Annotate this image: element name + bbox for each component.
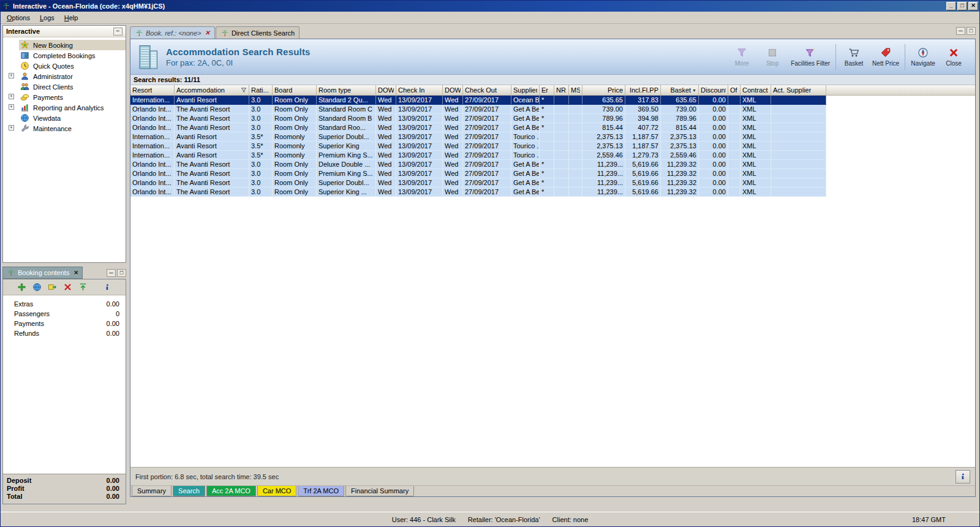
export-icon[interactable] <box>48 282 58 292</box>
sidebar-item-direct-clients[interactable]: Direct Clients <box>3 82 126 92</box>
filter-icon[interactable] <box>239 87 247 93</box>
column-header-board[interactable]: Board <box>273 85 317 96</box>
table-row[interactable]: Internation...Avanti Resort3.0Room OnlyS… <box>130 96 826 105</box>
maximize-icon[interactable]: □ <box>957 2 967 10</box>
sidebar-item-completed-bookings[interactable]: Completed Bookings <box>3 50 126 61</box>
expand-icon[interactable]: + <box>9 104 14 110</box>
cell-contract: XML <box>741 169 771 178</box>
cell-price: 789.96 <box>582 114 625 123</box>
column-header-room-type[interactable]: Room type <box>317 85 376 96</box>
cell-dow: Wed <box>376 132 396 141</box>
nett-price-button[interactable]: Nett Price <box>869 41 902 73</box>
table-row[interactable]: Internation...Avanti Resort3.5*RoomonlyS… <box>130 132 826 142</box>
column-header-dow[interactable]: DOW <box>376 85 396 96</box>
column-header-er[interactable]: Er <box>540 85 554 96</box>
search-timing-text: First portion: 6.8 sec, total search tim… <box>135 473 279 480</box>
table-row[interactable]: Internation...Avanti Resort3.5*RoomonlyS… <box>130 142 826 151</box>
booking-list-item[interactable]: Refunds0.00 <box>14 328 121 338</box>
title-bar[interactable]: Interactive - Ocean-Florida (code: x4qHM… <box>1 1 979 12</box>
column-header-accommodation[interactable]: Accommodation <box>175 85 249 96</box>
table-row[interactable]: Orlando Int...The Avanti Resort3.0Room O… <box>130 105 826 114</box>
cell-discount: 0.00 <box>699 105 728 113</box>
navigate-button[interactable]: Navigate <box>908 41 938 73</box>
sidebar-item-new-booking[interactable]: New Booking <box>3 40 126 50</box>
sidebar-item-administrator[interactable]: +Administrator <box>3 71 126 82</box>
close-button[interactable]: Close <box>938 41 969 73</box>
sidebar-item-quick-quotes[interactable]: Quick Quotes <box>3 61 126 71</box>
table-row[interactable]: Internation...Avanti Resort3.5*RoomonlyP… <box>130 151 826 160</box>
column-header-of[interactable]: Of <box>728 85 741 96</box>
column-header-check-out[interactable]: Check Out <box>463 85 511 96</box>
booking-contents-title: Booking contents <box>18 269 69 276</box>
table-row[interactable]: Orlando Int...The Avanti Resort3.0Room O… <box>130 169 826 178</box>
column-header-contract[interactable]: Contract <box>741 85 771 96</box>
minimize-icon[interactable]: _ <box>946 2 956 10</box>
info-button[interactable] <box>956 470 970 483</box>
cell-ms <box>569 178 582 187</box>
doc-tab-direct-clients-search[interactable]: Direct Clients Search <box>216 26 300 39</box>
bottom-tab-summary[interactable]: Summary <box>132 486 172 496</box>
restore-view-icon[interactable]: □ <box>967 27 976 35</box>
column-header-act-supplier[interactable]: Act. Supplier <box>771 85 826 96</box>
minimize-panel-icon[interactable]: ─ <box>107 269 116 277</box>
bottom-tab-car-mco[interactable]: Car MCO <box>257 486 296 496</box>
bottom-tab-search[interactable]: Search <box>173 486 205 496</box>
expand-icon[interactable]: + <box>9 125 14 131</box>
booking-contents-tab[interactable]: Booking contents ✕ <box>2 267 83 279</box>
menu-logs[interactable]: Logs <box>35 12 59 23</box>
cell-discount: 0.00 <box>699 151 728 159</box>
table-row[interactable]: Orlando Int...The Avanti Resort3.0Room O… <box>130 188 826 197</box>
column-header-supplier[interactable]: Supplier <box>511 85 540 96</box>
column-header-rati[interactable]: Rati... <box>249 85 273 96</box>
collapse-panel-icon[interactable]: − <box>113 28 123 36</box>
table-row[interactable]: Orlando Int...The Avanti Resort3.0Room O… <box>130 114 826 123</box>
sidebar-item-reporting-and-analytics[interactable]: +Reporting and Analytics <box>3 102 126 113</box>
booking-list-item[interactable]: Payments0.00 <box>14 319 121 328</box>
booking-list-item[interactable]: Passengers0 <box>14 309 121 319</box>
column-header-dow[interactable]: DOW <box>443 85 463 96</box>
cell-incl-fl-pp: 317.83 <box>625 96 661 104</box>
sort-indicator-icon: ▼ <box>692 88 696 93</box>
close-window-icon[interactable]: ✕ <box>968 2 978 10</box>
sidebar-item-payments[interactable]: +Payments <box>3 92 126 102</box>
column-header-check-in[interactable]: Check In <box>396 85 443 96</box>
column-header-incl-fl-pp[interactable]: Incl.Fl.PP <box>625 85 661 96</box>
column-header-ms[interactable]: MS <box>569 85 582 96</box>
sidebar-item-viewdata[interactable]: Viewdata <box>3 113 126 123</box>
navigate-icon <box>918 47 929 58</box>
cell-dow: Wed <box>376 96 396 104</box>
expand-icon[interactable]: + <box>9 73 14 78</box>
bottom-tab-acc-2a-mco[interactable]: Acc 2A MCO <box>206 486 256 496</box>
column-header-price[interactable]: Price <box>582 85 625 96</box>
facilities-filter-button[interactable]: Facilities Filter <box>788 41 833 73</box>
menu-help[interactable]: Help <box>59 12 83 23</box>
bottom-tab-financial-summary[interactable]: Financial Summary <box>345 486 414 496</box>
page-title: Accommodation Search Results <box>166 47 311 57</box>
column-header-basket[interactable]: Basket▼ <box>661 85 699 96</box>
table-row[interactable]: Orlando Int...The Avanti Resort3.0Room O… <box>130 178 826 188</box>
bottom-tab-trf-2a-mco[interactable]: Trf 2A MCO <box>298 486 344 496</box>
column-header-nr[interactable]: NR <box>554 85 569 96</box>
basket-button[interactable]: Basket <box>839 41 869 73</box>
column-header-resort[interactable]: Resort <box>130 85 175 96</box>
minimize-view-icon[interactable]: ─ <box>956 27 965 35</box>
globe-icon[interactable] <box>32 282 42 292</box>
doc-tab-book-ref-none[interactable]: Book. ref.: <none>✕ <box>130 26 215 39</box>
info-circle-icon[interactable] <box>102 282 112 292</box>
cell-basket: 815.44 <box>661 123 699 132</box>
delete-icon[interactable] <box>63 282 73 292</box>
upload-icon[interactable] <box>78 282 88 292</box>
close-panel-icon[interactable]: ✕ <box>74 270 78 276</box>
close-tab-icon[interactable]: ✕ <box>205 29 210 36</box>
column-header-discount[interactable]: Discount <box>699 85 728 96</box>
menu-bar: OptionsLogsHelp <box>1 12 979 24</box>
restore-panel-icon[interactable]: □ <box>117 269 126 277</box>
expand-icon[interactable]: + <box>9 94 14 99</box>
sidebar-item-maintenance[interactable]: +Maintenance <box>3 123 126 134</box>
menu-options[interactable]: Options <box>2 12 35 23</box>
add-icon[interactable] <box>17 282 27 292</box>
booking-list-item[interactable]: Extras0.00 <box>14 299 121 309</box>
table-row[interactable]: Orlando Int...The Avanti Resort3.0Room O… <box>130 160 826 169</box>
basket-icon <box>848 47 859 58</box>
table-row[interactable]: Orlando Int...The Avanti Resort3.0Room O… <box>130 123 826 132</box>
